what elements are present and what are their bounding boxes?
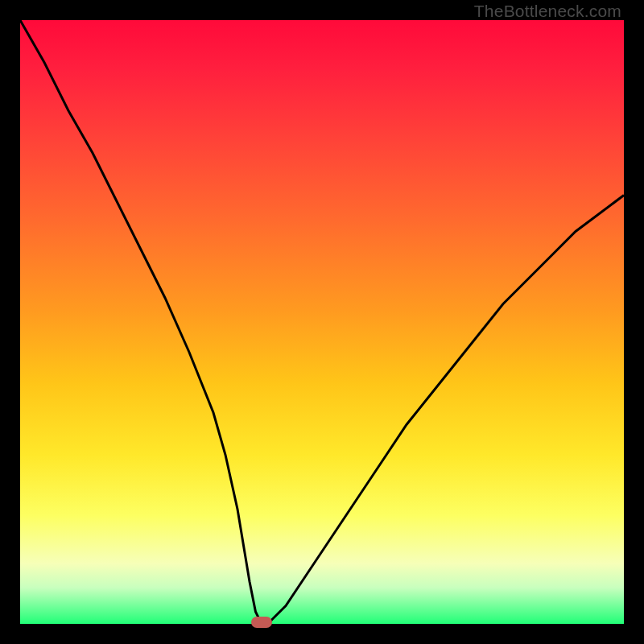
watermark-text: TheBottleneck.com [474,2,621,21]
curve-svg [20,20,624,624]
bottleneck-curve [20,20,624,624]
plot-area [20,20,624,624]
outer-frame: TheBottleneck.com [0,0,644,644]
optimum-marker [251,617,272,628]
